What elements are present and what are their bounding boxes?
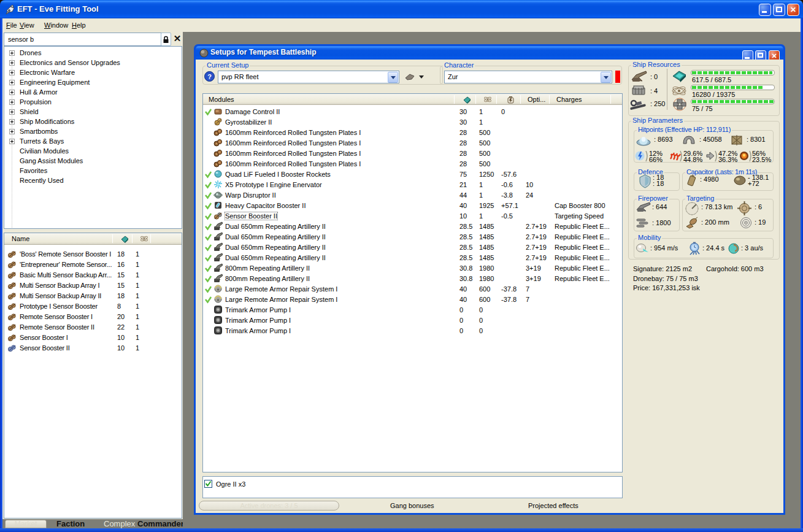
svg-text:?: ? bbox=[207, 73, 212, 80]
